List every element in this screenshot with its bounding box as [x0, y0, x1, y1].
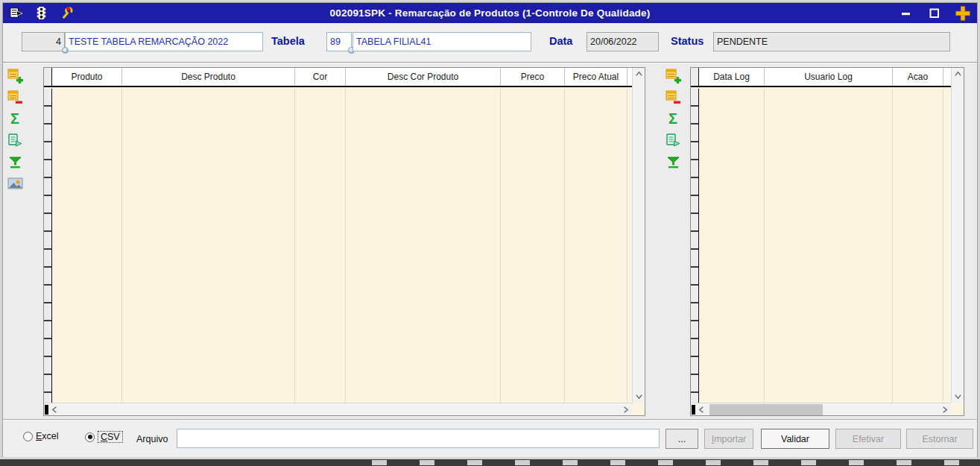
- scrollbar-thumb[interactable]: [709, 404, 823, 415]
- footer-bar: Excel CSV Arquivo ... Importar Validar E…: [3, 419, 977, 457]
- tabela-name-field: TABELA FILIAL41: [353, 32, 531, 51]
- taskbar-items: [339, 460, 980, 465]
- grid-column: [699, 89, 765, 403]
- scroll-left-icon[interactable]: [695, 403, 708, 416]
- scroll-right-icon[interactable]: [619, 403, 632, 416]
- grid-column: [565, 89, 627, 403]
- scroll-up-icon[interactable]: [952, 68, 964, 81]
- log-grid-body[interactable]: [691, 89, 951, 403]
- row-indicator-column: [691, 89, 699, 403]
- titlebar[interactable]: 002091SPK - Remarcação de Produtos (1-Co…: [3, 3, 977, 23]
- row-indicator-column: [44, 89, 52, 403]
- scrollbar-track[interactable]: [708, 403, 938, 415]
- window-title: 002091SPK - Remarcação de Produtos (1-Co…: [3, 7, 977, 19]
- column-header-data-log[interactable]: Data Log: [699, 68, 765, 86]
- traffic-light-icon[interactable]: [33, 5, 49, 22]
- scroll-right-icon[interactable]: [938, 403, 951, 416]
- validar-button[interactable]: Validar: [761, 429, 829, 449]
- grid-column: [765, 89, 893, 403]
- table-name-input[interactable]: TESTE TABELA REMARCAÇÃO 2022: [65, 32, 263, 51]
- status-field: PENDENTE: [713, 32, 950, 51]
- sum-icon[interactable]: Σ: [665, 110, 681, 127]
- vertical-scrollbar[interactable]: [632, 68, 645, 403]
- table-code-field: 4: [22, 32, 65, 51]
- products-grid-body[interactable]: [44, 89, 632, 403]
- add-row-icon[interactable]: [665, 67, 681, 84]
- delete-row-icon[interactable]: [665, 89, 681, 105]
- grid-column: [52, 89, 122, 403]
- scrollbar-corner: [951, 403, 964, 415]
- products-grid-header: Produto Desc Produto Cor Desc Cor Produt…: [44, 68, 632, 87]
- maximize-icon[interactable]: [926, 5, 943, 22]
- grid-column-filler: [943, 89, 951, 403]
- row-indicator-header: [691, 68, 699, 86]
- browse-button[interactable]: ...: [666, 429, 698, 449]
- efetivar-button: Efetivar: [835, 429, 901, 449]
- log-grid[interactable]: Data Log Usuario Log Acao: [690, 67, 964, 416]
- row-indicator-header: [44, 68, 52, 86]
- tabela-label: Tabela: [271, 35, 305, 47]
- column-header-usuario-log[interactable]: Usuario Log: [765, 68, 893, 86]
- log-grid-header: Data Log Usuario Log Acao: [691, 68, 951, 87]
- arquivo-label: Arquivo: [136, 434, 168, 444]
- close-plus-icon[interactable]: [955, 5, 971, 22]
- radio-circle-icon[interactable]: [85, 432, 95, 442]
- importar-button: Importar: [704, 429, 753, 449]
- delete-row-icon[interactable]: [7, 89, 23, 105]
- csv-radio[interactable]: CSV: [85, 431, 123, 443]
- scroll-down-icon[interactable]: [952, 390, 964, 403]
- excel-radio-label: Excel: [36, 431, 59, 441]
- image-icon[interactable]: [7, 175, 23, 192]
- data-field: 20/06/2022: [587, 32, 659, 51]
- column-header-preco-atual[interactable]: Preco Atual: [565, 68, 627, 86]
- csv-radio-label: CSV: [98, 431, 123, 443]
- log-toolbar: Σ: [663, 67, 683, 170]
- grid-column: [346, 89, 501, 403]
- add-row-icon[interactable]: [7, 67, 23, 84]
- horizontal-scrollbar[interactable]: [691, 403, 951, 415]
- scroll-down-icon[interactable]: [633, 390, 645, 403]
- column-header-acao[interactable]: Acao: [893, 68, 943, 86]
- column-header-preco[interactable]: Preco: [501, 68, 565, 86]
- application-window: 002091SPK - Remarcação de Produtos (1-Co…: [0, 0, 980, 459]
- estornar-button: Estornar: [906, 429, 973, 449]
- scroll-left-icon[interactable]: [48, 403, 61, 416]
- grid-column: [893, 89, 943, 403]
- horizontal-scrollbar[interactable]: [44, 403, 632, 415]
- header-filler: [943, 68, 951, 86]
- minimize-icon[interactable]: [898, 5, 914, 22]
- exit-icon[interactable]: [7, 5, 24, 22]
- data-label: Data: [549, 35, 572, 47]
- header-form: 4 TESTE TABELA REMARCAÇÃO 2022 Tabela 89…: [3, 23, 977, 63]
- arquivo-input[interactable]: [177, 429, 660, 448]
- scrollbar-track[interactable]: [61, 403, 619, 415]
- wrench-icon[interactable]: [58, 5, 75, 22]
- column-header-desc-produto[interactable]: Desc Produto: [122, 68, 295, 86]
- column-header-cor[interactable]: Cor: [295, 68, 346, 86]
- products-grid[interactable]: Produto Desc Produto Cor Desc Cor Produt…: [43, 67, 645, 416]
- filter-icon[interactable]: [7, 154, 23, 170]
- grid-column: [122, 89, 295, 403]
- export-icon[interactable]: [7, 132, 23, 148]
- filter-icon[interactable]: [665, 154, 681, 170]
- column-header-desc-cor-produto[interactable]: Desc Cor Produto: [346, 68, 501, 86]
- radio-circle-icon[interactable]: [23, 432, 33, 441]
- vertical-scrollbar[interactable]: [951, 68, 964, 403]
- excel-radio[interactable]: Excel: [23, 431, 59, 441]
- products-toolbar: Σ: [5, 67, 25, 192]
- status-label: Status: [671, 35, 704, 47]
- scrollbar-corner: [632, 403, 645, 415]
- scroll-up-icon[interactable]: [633, 68, 645, 81]
- column-header-produto[interactable]: Produto: [52, 68, 122, 86]
- grid-column: [295, 89, 346, 403]
- taskbar-strip: [0, 459, 980, 466]
- grid-column: [501, 89, 565, 403]
- sum-icon[interactable]: Σ: [7, 110, 23, 127]
- lookup-balloon-icon: [62, 47, 69, 54]
- export-icon[interactable]: [665, 132, 681, 148]
